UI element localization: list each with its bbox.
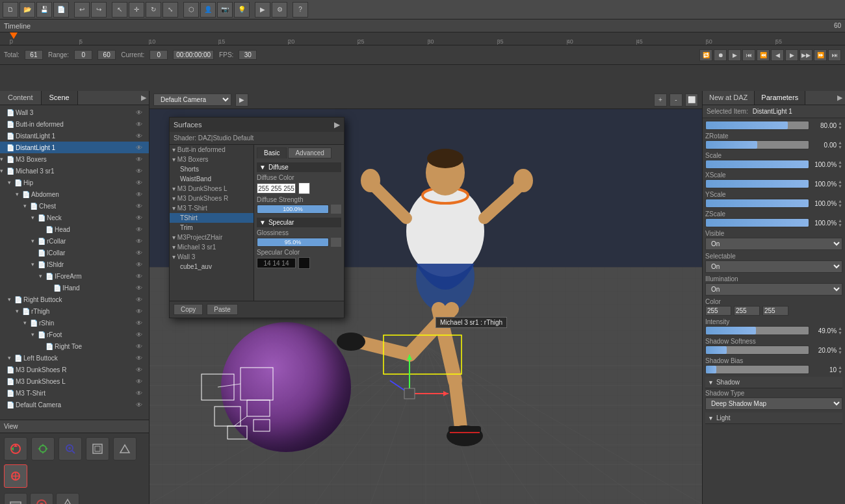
zscale-slider[interactable] — [705, 218, 809, 227]
surf-tree-m3-dunkshoes-l[interactable]: ▾ M3 DunkShoes L — [170, 184, 254, 194]
tree-expand-rthigh[interactable]: ▾ — [16, 308, 22, 314]
zoom-in-btn[interactable]: + — [654, 94, 667, 107]
visibility-icon-butt-deformed[interactable]: 👁 — [136, 121, 146, 128]
xscale-slider[interactable] — [705, 179, 809, 188]
play-button[interactable]: ▶ — [785, 49, 798, 61]
view-btn2[interactable] — [4, 493, 27, 504]
tree-item-ihand[interactable]: 📄 IHand 👁 — [0, 282, 149, 294]
intensity-arrows[interactable]: ▲▼ — [838, 326, 842, 335]
range-start[interactable]: 0 — [74, 50, 92, 60]
timeline-track[interactable] — [0, 65, 845, 91]
tree-expand-abdomen[interactable]: ▾ — [16, 191, 22, 197]
diffuse-color-box[interactable]: 255 255 255 — [257, 183, 296, 194]
shadow-softness-slider[interactable] — [705, 346, 809, 355]
scale-arrows[interactable]: ▲▼ — [838, 160, 842, 169]
playback-mode-button[interactable]: ▶ — [728, 49, 741, 61]
visibility-icon-ishldr[interactable]: 👁 — [136, 261, 146, 268]
tree-expand-rcollar[interactable]: ▾ — [31, 238, 38, 244]
visible-select[interactable]: OnOff — [705, 238, 842, 250]
light-section-header[interactable]: ▼ Light — [705, 412, 842, 424]
color-g-input[interactable] — [734, 306, 760, 316]
visibility-icon-m3tshirt[interactable]: 👁 — [136, 390, 146, 397]
visibility-icon-hip[interactable]: 👁 — [136, 179, 146, 186]
tree-expand-chest[interactable]: ▾ — [23, 203, 30, 209]
step-back[interactable]: ⏪ — [757, 49, 770, 61]
node-tool[interactable]: ⬡ — [183, 2, 199, 18]
surf-tree-m3-t-shirt[interactable]: ▾ M3 T-Shirt — [170, 203, 254, 213]
pan-view-btn[interactable] — [31, 437, 55, 460]
zoom-view-btn[interactable] — [58, 437, 82, 460]
shadow-type-select[interactable]: Deep Shadow Map Shadow Map Raytraced Non… — [705, 397, 842, 410]
perspective-btn[interactable] — [113, 437, 136, 460]
surf-tree-shorts[interactable]: Shorts — [170, 164, 254, 174]
tree-item-head[interactable]: 📄 Head 👁 — [0, 223, 149, 235]
frame-btn[interactable]: ⬜ — [685, 94, 698, 107]
tree-item-m3boxers[interactable]: ▾ 📄 M3 Boxers 👁 — [0, 153, 149, 165]
step-forward-end[interactable]: ⏭ — [828, 49, 841, 61]
tree-expand-leftbuttock[interactable]: ▾ — [8, 355, 14, 361]
tree-expand-m3boxers[interactable]: ▾ — [0, 156, 6, 162]
advanced-tab[interactable]: Advanced — [288, 147, 331, 158]
surf-tree-butt-in-deformed[interactable]: ▾ Butt-in deformed — [170, 145, 254, 155]
yscale-slider[interactable] — [705, 199, 809, 208]
visibility-icon-m3dunkshoesl[interactable]: 👁 — [136, 378, 146, 385]
glossiness-slider[interactable]: 95.0% — [257, 238, 329, 247]
fps-value[interactable]: 30 — [239, 50, 257, 60]
tree-expand-rightbuttock[interactable]: ▾ — [8, 296, 14, 303]
specular-color-picker[interactable] — [298, 257, 310, 269]
tree-item-iforearm[interactable]: ▾ 📄 IForeArm 👁 — [0, 270, 149, 282]
help-button[interactable]: ? — [292, 2, 308, 18]
camera-tool[interactable]: 📷 — [217, 2, 233, 18]
shadow-bias-arrows[interactable]: ▲▼ — [838, 365, 842, 374]
diffuse-header[interactable]: ▼ Diffuse — [257, 162, 341, 172]
camera-play-btn[interactable]: ▶ — [235, 94, 248, 107]
light-tool[interactable]: 💡 — [234, 2, 250, 18]
right-panel-expand-btn[interactable]: ▶ — [835, 91, 845, 105]
color-r-input[interactable] — [705, 306, 731, 316]
visibility-icon-distantlight1a[interactable]: 👁 — [136, 132, 146, 140]
save-button[interactable]: 💾 — [36, 2, 52, 18]
zrotate-slider[interactable] — [705, 121, 809, 130]
visibility-icon-righttoe[interactable]: 👁 — [136, 343, 146, 350]
visibility-icon-rightbuttock[interactable]: 👁 — [136, 296, 146, 303]
visibility-icon-michael3sr1[interactable]: 👁 — [136, 168, 146, 175]
tree-item-m3dunkshoesl[interactable]: 📄 M3 DunkShoes L 👁 — [0, 375, 149, 387]
tree-item-ishldr[interactable]: ▾ 📄 IShldr 👁 — [0, 258, 149, 270]
shadow-bias-slider[interactable] — [705, 365, 809, 374]
zrotate-val-slider[interactable] — [705, 140, 809, 149]
playhead[interactable] — [10, 32, 18, 39]
visibility-icon-rfoot[interactable]: 👁 — [136, 331, 146, 338]
shadow-softness-arrows[interactable]: ▲▼ — [838, 346, 842, 355]
glossiness-btn[interactable] — [331, 238, 341, 247]
surf-tree-m3-boxers[interactable]: ▾ M3 Boxers — [170, 155, 254, 164]
tree-expand-hip[interactable]: ▾ — [8, 179, 14, 186]
tree-expand-ishldr[interactable]: ▾ — [31, 261, 38, 268]
tree-item-neck[interactable]: ▾ 📄 Neck 👁 — [0, 212, 149, 223]
record-button[interactable]: ⏺ — [714, 49, 727, 61]
visibility-icon-lcollar[interactable]: 👁 — [136, 249, 146, 257]
paste-button[interactable]: Paste — [207, 304, 238, 315]
loop-button[interactable]: 🔁 — [699, 49, 712, 61]
tree-item-wall3[interactable]: 📄 Wall 3 👁 — [0, 107, 149, 118]
render-button[interactable]: ▶ — [255, 2, 270, 18]
view-btn4[interactable] — [56, 493, 79, 504]
surf-tree-m3-dunkshoes-r[interactable]: ▾ M3 DunkShoes R — [170, 194, 254, 203]
tree-item-butt-deformed[interactable]: 📄 Butt-in deformed 👁 — [0, 118, 149, 130]
basic-tab[interactable]: Basic — [257, 147, 287, 158]
tree-expand-rshin[interactable]: ▾ — [23, 320, 30, 326]
step-back-start[interactable]: ⏮ — [742, 49, 755, 61]
rotate-view-btn[interactable] — [4, 437, 27, 460]
surf-tree-trim[interactable]: Trim — [170, 223, 254, 233]
new-at-daz-tab[interactable]: New at DAZ — [703, 91, 755, 105]
tree-item-distantlight1a[interactable]: 📄 DistantLight 1 👁 — [0, 130, 149, 142]
total-value[interactable]: 61 — [25, 50, 43, 60]
intensity-slider[interactable] — [705, 326, 809, 335]
next-frame[interactable]: ▶▶ — [800, 49, 812, 61]
shadow-section-header[interactable]: ▼ Shadow — [705, 377, 842, 388]
surfaces-close-btn[interactable]: ▶ — [334, 120, 340, 129]
select-tool[interactable]: ↖ — [112, 2, 127, 18]
open-button[interactable]: 📂 — [20, 2, 35, 18]
visibility-icon-rcollar[interactable]: 👁 — [136, 238, 146, 245]
color-b-input[interactable] — [762, 306, 788, 316]
visibility-icon-ihand[interactable]: 👁 — [136, 284, 146, 292]
